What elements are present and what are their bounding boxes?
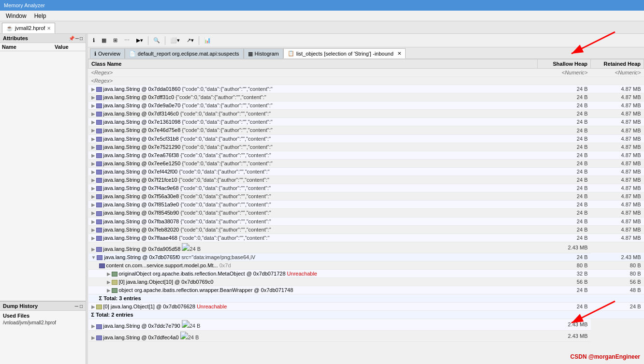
- toolbar-overview-btn[interactable]: ℹ: [90, 36, 98, 45]
- table-row[interactable]: ▶java.lang.String @ 0x7f851a9e0 {"code":…: [88, 201, 644, 209]
- expand-btn[interactable]: ▶: [91, 227, 95, 233]
- string-icon: [96, 145, 102, 150]
- table-row[interactable]: ▼java.lang.String @ 0x7db0765f0 src="dat…: [88, 253, 644, 261]
- cell-shallow-heap: 24 B: [538, 192, 591, 201]
- expand-btn[interactable]: ▶: [91, 219, 95, 224]
- attributes-minimize-icon[interactable]: ─: [75, 36, 79, 41]
- expand-btn[interactable]: ▶: [91, 202, 95, 207]
- expand-btn[interactable]: ▶: [91, 153, 95, 158]
- table-row[interactable]: <Regex>: [88, 77, 644, 85]
- cell-retained-heap: 2.43 MB: [538, 242, 591, 253]
- expand-btn[interactable]: ▶: [91, 103, 95, 108]
- expand-btn[interactable]: ▶: [91, 335, 95, 340]
- content-wrapper: ℹ ▦ ⊞ ⋯ ▶▾ 🔍 ⬜▾ ↗▾ 📊 ℹ Overview: [88, 34, 644, 364]
- expand-btn[interactable]: ▶: [91, 95, 95, 100]
- expand-btn[interactable]: ▶: [91, 145, 95, 150]
- cell-retained-heap: 4.87 MB: [591, 93, 644, 102]
- expand-btn[interactable]: ▶: [91, 119, 95, 125]
- toolbar-more-btn[interactable]: ⋯: [121, 36, 132, 45]
- table-row[interactable]: ▶java.lang.String @ 0x7ef442f00 {"code":…: [88, 167, 644, 175]
- table-row[interactable]: ▶object org.apache.ibatis.reflection.wra…: [88, 286, 644, 294]
- menu-help[interactable]: Help: [30, 12, 50, 20]
- table-row[interactable]: ▶java.lang.String @ 0x7f21fce10 {"code":…: [88, 176, 644, 184]
- expand-btn[interactable]: ▶: [91, 210, 95, 216]
- table-row[interactable]: ▶java.lang.String @ 0x7feb82020 {"code":…: [88, 225, 644, 233]
- table-row[interactable]: ▶java.lang.String @ 0x7e1361098 {"code":…: [88, 118, 644, 126]
- sum-label: Σ Total: 3 entries: [99, 295, 141, 301]
- toolbar-chart-btn[interactable]: 📊: [201, 36, 214, 45]
- table-row[interactable]: ▶java.lang.String @ 0x7e46d75e8 {"code":…: [88, 126, 644, 134]
- row-class-name: java.lang.String @ 0x7de9a0e70: [103, 102, 181, 108]
- table-row[interactable]: ▶java.lang.String @ 0x7de9a0e70 {"code":…: [88, 102, 644, 110]
- expand-btn[interactable]: ▶: [91, 169, 95, 175]
- dh-minimize-icon[interactable]: ─: [75, 304, 78, 309]
- toolbar-snapshot-btn[interactable]: ⬜▾: [167, 36, 183, 45]
- toolbar-histogram-btn[interactable]: ▦: [99, 36, 109, 45]
- expand-btn-arr[interactable]: ▶: [107, 279, 111, 285]
- cell-shallow-heap: 80 B: [538, 261, 591, 269]
- table-row[interactable]: ▶java.lang.String @ 0x7e5cf31b8 {"code":…: [88, 134, 644, 143]
- tab-report-icon: 📄: [129, 51, 136, 57]
- table-row[interactable]: ▶java.lang.String @ 0x7dda01860 {"code":…: [88, 85, 644, 93]
- expand-btn[interactable]: ▶: [91, 128, 95, 133]
- table-row[interactable]: ▶java.lang.String @ 0x7ee6e1250 {"code":…: [88, 159, 644, 167]
- expand-btn[interactable]: ▶: [91, 177, 95, 183]
- table-row[interactable]: ▶java.lang.String @ 0x7ffaae468 {"code":…: [88, 233, 644, 242]
- tab-overview-icon: ℹ: [94, 51, 96, 57]
- table-row[interactable]: ▶[0] java.lang.Object[1] @ 0x7db076628 U…: [88, 303, 644, 311]
- expand-btn[interactable]: ▶: [91, 247, 95, 252]
- expand-btn[interactable]: ▶: [91, 87, 95, 92]
- expand-btn-obj[interactable]: ▶: [107, 271, 111, 277]
- top-tab-jvmall2[interactable]: ☕ jvmall2.hprof ✕: [2, 23, 55, 33]
- toolbar-run-dropdown-btn[interactable]: ▶▾: [133, 36, 146, 45]
- tab-histogram[interactable]: ▦ Histogram: [244, 48, 283, 58]
- table-row[interactable]: ▶java.lang.String @ 0x7ddfec4a0 24 B 2.4…: [88, 330, 644, 341]
- tab-default-report[interactable]: 📄 default_report org.eclipse.mat.api:sus…: [125, 48, 244, 58]
- col-retained-heap[interactable]: Retained Heap: [591, 59, 644, 69]
- col-shallow-heap[interactable]: Shallow Heap: [538, 59, 591, 69]
- toolbar-export-btn[interactable]: ↗▾: [184, 36, 197, 45]
- col-class-name[interactable]: Class Name: [88, 59, 538, 69]
- expand-btn-obj[interactable]: ▶: [107, 288, 111, 293]
- expand-btn[interactable]: ▶: [91, 323, 95, 329]
- tab-overview[interactable]: ℹ Overview: [90, 48, 125, 58]
- table-row[interactable]: ▶java.lang.String @ 0x7df3146c0 {"code":…: [88, 110, 644, 118]
- table-row[interactable]: ▶java.lang.String @ 0x7da905d58 24 B 2.4…: [88, 242, 644, 253]
- attributes-maximize-icon[interactable]: □: [80, 36, 83, 41]
- table-row[interactable]: ▶java.lang.String @ 0x7f56a30e8 {"code":…: [88, 192, 644, 201]
- table-row[interactable]: ▶java.lang.String @ 0x7ea676f38 {"code":…: [88, 151, 644, 159]
- row-class-name: java.lang.String @ 0x7ee6e1250: [103, 160, 181, 166]
- tab-close-icon[interactable]: ✕: [47, 26, 51, 31]
- tab-list-close-icon[interactable]: ✕: [397, 51, 401, 56]
- dh-maximize-icon[interactable]: □: [80, 304, 83, 309]
- table-row[interactable]: ▶originalObject org.apache.ibatis.reflec…: [88, 270, 644, 278]
- table-row[interactable]: ▶java.lang.String @ 0x7fba38078 {"code":…: [88, 217, 644, 225]
- cell-retained-heap: 2.43 MB: [538, 319, 591, 330]
- table-row[interactable]: ▶java.lang.String @ 0x7f4ac9e68 {"code":…: [88, 184, 644, 192]
- expand-btn[interactable]: ▶: [91, 111, 95, 116]
- table-row[interactable]: Σ Total: 2 entries: [88, 311, 644, 319]
- expand-btn[interactable]: ▶: [91, 136, 95, 142]
- expand-btn[interactable]: ▶: [91, 161, 95, 166]
- expand-btn-arr[interactable]: ▶: [91, 304, 95, 309]
- expand-btn[interactable]: ▶: [91, 194, 95, 199]
- dump-history-header: Dump History ─ □: [0, 302, 86, 311]
- tab-list-objects[interactable]: 📋 list_objects [selection of 'String'] -…: [283, 48, 406, 58]
- table-row[interactable]: ▶[0] java.lang.Object[10] @ 0x7db0769c0 …: [88, 278, 644, 286]
- table-row[interactable]: ▶java.lang.String @ 0x7e7521290 {"code":…: [88, 143, 644, 151]
- expand-btn[interactable]: ▼: [91, 255, 96, 260]
- expand-btn[interactable]: ▶: [91, 235, 95, 241]
- cell-class-name: ▶java.lang.String @ 0x7e5cf31b8 {"code":…: [88, 134, 538, 143]
- menu-window[interactable]: Window: [2, 12, 30, 20]
- toolbar-find-btn[interactable]: 🔍: [150, 36, 163, 45]
- table-row[interactable]: content cn.com...service.support.model.p…: [88, 261, 644, 269]
- table-row[interactable]: ▶java.lang.String @ 0x7ddc7e790 24 B 2.4…: [88, 319, 644, 330]
- table-row[interactable]: ▶java.lang.String @ 0x7f8545b90 {"code":…: [88, 209, 644, 217]
- expand-btn[interactable]: ▶: [91, 186, 95, 191]
- attributes-pin-icon[interactable]: 📌: [69, 36, 74, 41]
- table-row[interactable]: ▶java.lang.String @ 0x7dff31c0 {"code":0…: [88, 93, 644, 102]
- table-row[interactable]: Σ Total: 3 entries: [88, 294, 644, 303]
- toolbar-dominator-btn[interactable]: ⊞: [110, 36, 120, 45]
- cell-shallow-heap: [180, 332, 188, 339]
- used-files-path[interactable]: /vnload/jvm/jvmall2.hprof: [3, 320, 83, 325]
